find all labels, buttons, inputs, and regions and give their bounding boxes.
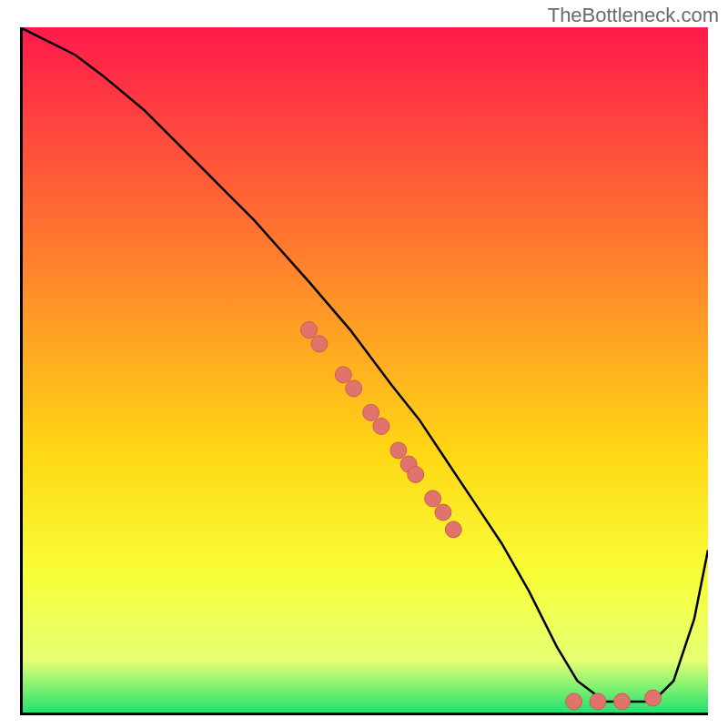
chart-svg <box>20 27 708 715</box>
data-point <box>346 380 362 397</box>
chart-frame: TheBottleneck.com <box>0 0 728 728</box>
data-point <box>335 367 351 383</box>
data-point <box>408 466 424 482</box>
data-point <box>566 693 582 710</box>
data-point <box>445 521 461 538</box>
data-point <box>614 693 631 710</box>
data-point <box>435 504 451 521</box>
watermark-text: TheBottleneck.com <box>548 4 719 27</box>
data-point <box>363 404 379 420</box>
data-point <box>645 690 662 706</box>
gradient-background <box>20 27 708 715</box>
plot-area <box>20 27 708 715</box>
data-point <box>425 490 441 507</box>
data-point <box>390 442 407 459</box>
data-point <box>590 693 606 710</box>
data-point <box>301 322 318 339</box>
data-point <box>373 419 389 435</box>
data-point <box>311 336 328 352</box>
